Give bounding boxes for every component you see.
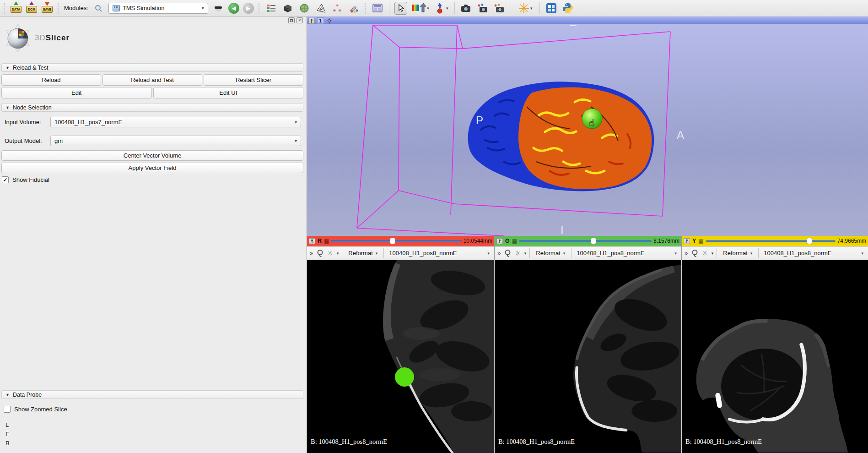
orientation-label-anterior: A: [677, 129, 684, 141]
more-controls-chevron[interactable]: »: [497, 250, 501, 257]
module-selector[interactable]: TMS Simulation ▾: [108, 3, 208, 14]
slice-pin-button[interactable]: [309, 238, 315, 244]
view-3d-tab[interactable]: 1: [317, 17, 324, 24]
restart-slicer-button[interactable]: Restart Slicer: [204, 74, 303, 86]
layout-selector-button[interactable]: [371, 2, 384, 15]
volume-selector[interactable]: 100408_H1_pos8_normE ▾: [387, 250, 491, 257]
slice-intersection-icon[interactable]: ▦: [512, 238, 517, 244]
slice-views-row: R ▦ 10.0544mm » ☼: [307, 236, 868, 453]
section-header-data-probe[interactable]: ▼ Data Probe: [1, 390, 303, 399]
yellow-slice-viewport[interactable]: B: 100408_H1_pos8_normE: [681, 260, 868, 453]
module-list-icon[interactable]: [265, 2, 278, 15]
section-header-reload-test[interactable]: ▼ Reload & Test: [1, 63, 303, 72]
slider-track[interactable]: [331, 240, 461, 242]
show-zoomed-slice-checkbox[interactable]: [4, 406, 11, 413]
view-pin-button[interactable]: [308, 18, 315, 24]
module-selected-label: TMS Simulation: [123, 5, 165, 11]
yellow-slice-bar: Y ▦ 74.9665mm: [682, 236, 868, 246]
separator: [717, 248, 717, 258]
slice-offset-slider[interactable]: [706, 237, 835, 245]
orientation-selector[interactable]: Reformat ▾: [345, 248, 380, 259]
reload-button[interactable]: Reload: [1, 74, 101, 86]
section-title: Data Probe: [13, 392, 42, 398]
scene-view-restore-button[interactable]: [493, 2, 506, 15]
python-console-button[interactable]: [561, 2, 574, 15]
hand-cursor-icon: ☝: [589, 117, 594, 128]
output-model-selector[interactable]: gm ▾: [50, 136, 301, 146]
link-views-icon[interactable]: [316, 249, 324, 257]
slice-pin-button[interactable]: [684, 238, 690, 244]
volume-selector[interactable]: 100408_H1_pos8_normE ▾: [575, 250, 679, 257]
slice-intersection-icon[interactable]: ▦: [698, 238, 703, 244]
slider-handle[interactable]: [390, 238, 395, 244]
edit-ui-button[interactable]: Edit UI: [153, 87, 304, 98]
module-panel-toggle-button[interactable]: [212, 2, 225, 15]
slice-visibility-icon[interactable]: ☼: [515, 250, 521, 257]
screenshot-camera-button[interactable]: [460, 2, 473, 15]
link-views-icon[interactable]: [504, 249, 512, 257]
panel-undock-button[interactable]: [288, 17, 295, 23]
load-data-button[interactable]: DATA: [10, 2, 22, 14]
orientation-selector[interactable]: Reformat ▾: [720, 248, 755, 259]
dicom-button[interactable]: DCM: [26, 2, 38, 14]
slider-handle[interactable]: [807, 238, 812, 244]
section-title: Node Selection: [13, 104, 52, 111]
link-views-icon[interactable]: [691, 249, 699, 257]
chevron-down-icon: ▾: [295, 120, 297, 125]
panel-close-button[interactable]: ×: [297, 17, 303, 23]
probe-coord-l: L: [5, 421, 9, 428]
module-search-icon[interactable]: [92, 2, 105, 15]
yellow-slice-controls: » ☼ ▾ Reformat ▾: [682, 246, 868, 260]
view-crosshair-icon[interactable]: [326, 18, 332, 24]
more-controls-chevron[interactable]: »: [310, 250, 313, 257]
slider-handle[interactable]: [591, 238, 596, 244]
colors-mouse-mode-button[interactable]: ▾: [411, 2, 429, 15]
volume-selector[interactable]: 100408_H1_pos8_normE ▾: [762, 250, 865, 257]
slice-offset-slider[interactable]: [331, 237, 461, 245]
apply-vector-field-button[interactable]: Apply Vector Field: [1, 163, 303, 173]
chevron-down-icon: ▾: [487, 251, 490, 256]
scene-3d-canvas[interactable]: ☝ P A I: [307, 24, 868, 236]
slice-visibility-icon[interactable]: ☼: [702, 250, 708, 257]
module-history-back-button[interactable]: ◀: [228, 3, 239, 14]
volume-name: 100408_H1_pos8_normE: [577, 250, 644, 257]
view-3d: 1: [307, 16, 868, 236]
module-history-forward-button[interactable]: ▶: [243, 3, 254, 14]
slicer-app: DATA DCM SAVE Modules: TMS Simulation ▾ …: [0, 0, 868, 453]
chevron-down-icon[interactable]: ▾: [337, 251, 339, 256]
orientation-selector[interactable]: Reformat ▾: [533, 248, 568, 259]
model-sphere-icon[interactable]: [298, 2, 311, 15]
main-content: × 3DSlic: [0, 16, 868, 453]
section-header-node-selection[interactable]: ▼ Node Selection: [1, 103, 303, 112]
volume-cube-icon[interactable]: [281, 2, 294, 15]
show-zoomed-slice-row: Show Zoomed Slice: [4, 406, 67, 413]
slider-track[interactable]: [519, 240, 651, 242]
mesh-icon[interactable]: [314, 2, 327, 15]
chevron-down-icon[interactable]: ▾: [524, 251, 527, 256]
red-slice-viewport[interactable]: B: 100408_H1_pos8_normE: [307, 260, 494, 453]
save-button[interactable]: SAVE: [41, 2, 53, 14]
output-model-row: Output Model: gm ▾: [5, 136, 302, 146]
fiducial-marker-2d[interactable]: [395, 367, 414, 387]
mouse-mode-select-button[interactable]: [394, 2, 407, 15]
slice-pin-button[interactable]: [496, 238, 503, 244]
slice-intersection-icon[interactable]: ▦: [324, 238, 329, 244]
green-slice-viewport[interactable]: B: 100408_H1_pos8_normE: [494, 260, 681, 453]
slice-visibility-icon[interactable]: ☼: [327, 250, 333, 257]
orientation-label: Reformat: [348, 250, 372, 257]
slider-track[interactable]: [706, 240, 835, 242]
slice-offset-slider[interactable]: [519, 237, 651, 245]
crosshair-button[interactable]: ▾: [516, 2, 534, 15]
center-vector-volume-button[interactable]: Center Vector Volume: [1, 150, 303, 161]
input-volume-selector[interactable]: 100408_H1_pos7_normE ▾: [50, 117, 301, 127]
annotations-pen-icon[interactable]: [347, 2, 360, 15]
extensions-manager-button[interactable]: [545, 2, 558, 15]
fiducial-markers-icon[interactable]: ✳✳✳: [331, 2, 344, 15]
more-controls-chevron[interactable]: »: [685, 250, 688, 257]
reload-and-test-button[interactable]: Reload and Test: [102, 74, 202, 86]
scene-view-capture-button[interactable]: [476, 2, 489, 15]
show-fiducial-checkbox[interactable]: ✓: [2, 176, 9, 183]
edit-button[interactable]: Edit: [1, 87, 152, 98]
chevron-down-icon[interactable]: ▾: [712, 251, 714, 256]
place-fiducial-button[interactable]: ▾: [433, 2, 449, 15]
